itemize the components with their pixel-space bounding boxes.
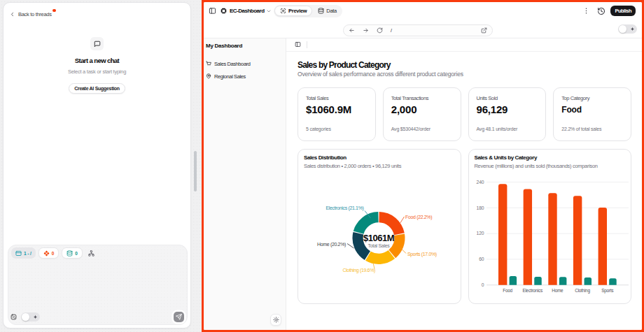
stat-card-total-transactions: Total Transactions 2,000 Avg $530442/ord…: [383, 87, 461, 141]
stat-value: $1060.9M: [306, 103, 368, 115]
donut-label-clothing: Clothing (19.6%): [342, 268, 375, 273]
empty-state-subtitle: Select a task or start typing: [68, 68, 126, 75]
stat-label: Units Sold: [477, 95, 538, 101]
chat-composer[interactable]: 1 - / 0 0: [8, 245, 188, 325]
bar-revenue-food[interactable]: [498, 184, 507, 284]
send-button[interactable]: [174, 312, 184, 322]
preview-header: EC-Dashboard Preview Data Publish: [204, 2, 642, 20]
stat-label: Total Transactions: [391, 95, 453, 101]
stat-cards: Total Sales $1060.9M 5 categories Total …: [298, 87, 631, 141]
sidebar-item-label: Regional Sales: [214, 73, 246, 80]
topbar-divider: [307, 41, 307, 48]
theme-button[interactable]: [270, 314, 281, 326]
sidebar-item-regional-sales[interactable]: Regional Sales: [206, 73, 284, 80]
sidebar-item-sales-dashboard[interactable]: Sales Dashboard: [206, 61, 284, 67]
bar-chart-title: Sales & Units by Category: [475, 154, 598, 161]
url-bar[interactable]: /: [343, 24, 493, 37]
page-context-chip[interactable]: 1 - /: [11, 247, 36, 259]
scrollbar-thumb[interactable]: [194, 151, 197, 192]
bar-units-clothing[interactable]: [584, 277, 592, 284]
map-pin-icon: [206, 73, 211, 79]
publish-button[interactable]: Publish: [610, 6, 636, 16]
donut-chart-title: Sales Distribution: [304, 154, 401, 161]
chat-bubble-icon: [94, 41, 101, 48]
chat-empty-state: Start a new chat Select a task or start …: [4, 37, 190, 94]
back-to-threads-label: Back to threads: [18, 11, 52, 17]
bar-units-food[interactable]: [509, 275, 517, 284]
charts-row: Food (22.2%)Sports (17.0%)Clothing (19.6…: [298, 149, 631, 304]
page-title: Sales by Product Category: [298, 60, 631, 70]
chat-bubble-icon-box: [90, 37, 104, 50]
stat-card-total-sales: Total Sales $1060.9M 5 categories: [298, 87, 376, 141]
blocks-count-chip[interactable]: 0: [38, 247, 59, 259]
kebab-menu-icon[interactable]: [582, 7, 590, 15]
y-tick-label: 180: [476, 205, 484, 210]
chat-panel: Back to threads Start a new chat Select …: [3, 2, 191, 329]
composer-ai-toggle[interactable]: [21, 312, 40, 322]
browser-window-icon: [15, 250, 22, 257]
nav-refresh-icon[interactable]: [377, 27, 383, 34]
donut-chart[interactable]: Food (22.2%)Sports (17.0%)Clothing (19.6…: [298, 150, 460, 303]
chevron-left-icon: [9, 11, 15, 17]
bar-chart[interactable]: 060120180240FoodElectronicsHomeClothingS…: [469, 150, 631, 303]
nav-back-icon[interactable]: [349, 27, 355, 34]
database-icon: [66, 250, 73, 257]
url-path[interactable]: /: [391, 28, 481, 33]
create-ai-suggestion-button[interactable]: Create AI Suggestion: [69, 83, 126, 94]
tab-data[interactable]: Data: [313, 6, 342, 16]
shopping-cart-icon: [206, 61, 211, 66]
navbar-ai-toggle[interactable]: [618, 24, 637, 34]
donut-leader-line: [400, 217, 405, 224]
donut-label-sports: Sports (17.0%): [407, 252, 437, 257]
stat-sub: Avg 48.1 units/order: [477, 127, 538, 133]
bar-revenue-home[interactable]: [548, 193, 556, 284]
donut-leader-line: [347, 243, 354, 248]
data-count-chip-label: 0: [75, 251, 78, 256]
donut-label-food: Food (22.2%): [405, 214, 432, 219]
bar-revenue-sports[interactable]: [598, 208, 606, 285]
sitemap-icon[interactable]: [88, 250, 94, 257]
bar-units-home[interactable]: [559, 277, 566, 285]
donut-slice-clothing[interactable]: [365, 250, 395, 264]
stat-card-top-category: Top Category Food 22.2% of total sales: [553, 87, 631, 141]
stat-label: Top Category: [561, 95, 623, 101]
stat-label: Total Sales: [306, 95, 368, 101]
sun-icon: [273, 317, 279, 323]
nav-forward-icon[interactable]: [363, 27, 369, 34]
toggle-knob: [22, 313, 29, 321]
page-subtitle: Overview of sales performance across dif…: [298, 71, 631, 78]
panel-left-icon[interactable]: [209, 7, 216, 15]
chevron-down-icon[interactable]: [266, 8, 272, 14]
tab-preview-label: Preview: [288, 8, 307, 14]
page-context-chip-label: 1 - /: [24, 251, 31, 256]
sparkle-icon: [630, 27, 635, 31]
panel-left-icon[interactable]: [295, 41, 301, 48]
tab-preview[interactable]: Preview: [274, 6, 312, 16]
y-tick-label: 0: [481, 282, 484, 287]
donut-chart-card: Food (22.2%)Sports (17.0%)Clothing (19.6…: [298, 149, 461, 304]
donut-center-label: Total Sales: [368, 243, 391, 248]
x-tick-label: Food: [503, 288, 512, 293]
bar-revenue-clothing[interactable]: [573, 196, 581, 285]
history-icon[interactable]: [597, 7, 606, 15]
y-tick-label: 240: [476, 179, 484, 184]
back-to-threads-link[interactable]: Back to threads: [9, 11, 52, 17]
y-tick-label: 120: [476, 231, 484, 236]
paper-plane-icon: [176, 314, 182, 320]
stat-value: 96,129: [477, 103, 538, 115]
bar-units-electronics[interactable]: [534, 277, 542, 285]
image-attach-icon[interactable]: [10, 314, 17, 320]
project-name[interactable]: EC-Dashboard: [230, 8, 265, 14]
donut-slice-electronics[interactable]: [354, 212, 379, 234]
bar-units-sports[interactable]: [609, 278, 617, 285]
bar-revenue-electronics[interactable]: [523, 189, 531, 284]
x-tick-label: Sports: [601, 288, 614, 294]
x-tick-label: Home: [552, 288, 564, 293]
external-link-icon[interactable]: [481, 27, 487, 34]
data-count-chip[interactable]: 0: [62, 247, 83, 259]
blocks-icon: [43, 250, 50, 257]
donut-chart-subtitle: Sales distribution • 2,000 orders • 96,1…: [304, 163, 401, 169]
donut-slice-food[interactable]: [379, 212, 404, 235]
stat-sub: 22.2% of total sales: [561, 127, 623, 133]
tab-data-label: Data: [326, 8, 337, 14]
